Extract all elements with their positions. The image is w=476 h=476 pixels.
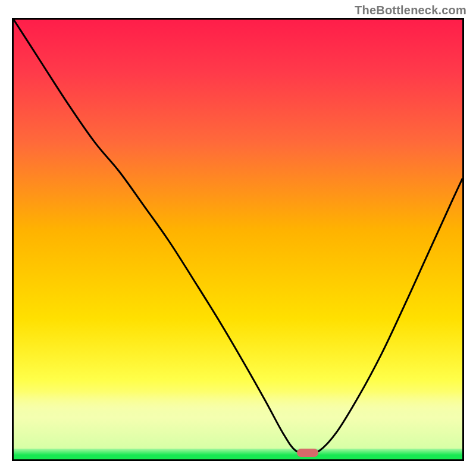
bottleneck-curve-svg	[14, 20, 462, 459]
bottleneck-curve	[14, 20, 462, 453]
chart-container: TheBottleneck.com	[0, 0, 476, 476]
watermark-text: TheBottleneck.com	[355, 4, 466, 17]
optimum-marker	[297, 449, 318, 457]
plot-area	[12, 18, 464, 461]
